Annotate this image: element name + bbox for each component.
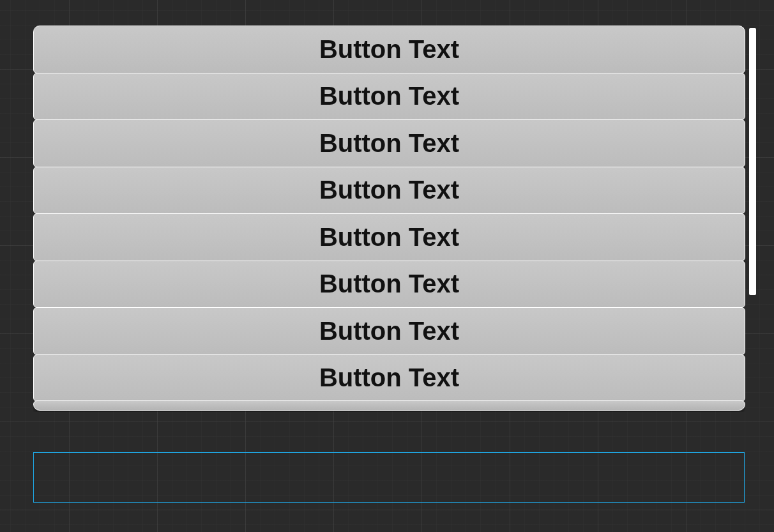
scrollview-content: Button Text Button Text Button Text Butt… [33, 26, 745, 411]
list-button-5[interactable]: Button Text [33, 261, 745, 308]
scrollbar-vertical[interactable] [749, 28, 756, 295]
list-button-label: Button Text [319, 317, 459, 346]
list-button-label: Button Text [319, 129, 459, 158]
list-button-label: Button Text [319, 82, 459, 110]
list-button-2[interactable]: Button Text [33, 119, 745, 167]
list-button-4[interactable]: Button Text [33, 213, 745, 261]
list-button-1[interactable]: Button Text [33, 73, 745, 121]
list-button-7[interactable]: Button Text [33, 354, 745, 402]
scrollview-viewport[interactable]: Button Text Button Text Button Text Butt… [33, 26, 745, 412]
list-button-label: Button Text [319, 176, 459, 204]
list-button-label: Button Text [319, 363, 459, 392]
list-button-label: Button Text [319, 35, 459, 64]
list-button-6[interactable]: Button Text [33, 307, 745, 355]
list-button-partial[interactable] [33, 400, 745, 411]
selected-ui-element[interactable] [33, 452, 745, 503]
list-button-label: Button Text [319, 223, 459, 252]
list-button-3[interactable]: Button Text [33, 167, 745, 215]
list-button-label: Button Text [319, 270, 459, 298]
list-button-0[interactable]: Button Text [33, 26, 745, 73]
